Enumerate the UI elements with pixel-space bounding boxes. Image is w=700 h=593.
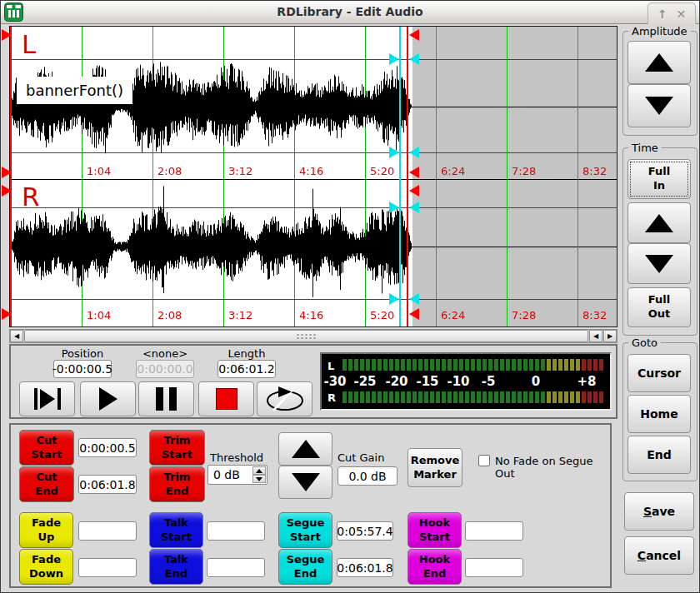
scroll-left-icon[interactable]: ◀ <box>10 330 23 342</box>
talk-start-button[interactable]: Talk Start <box>149 512 203 548</box>
scroll-right-icon[interactable]: ▶ <box>603 330 617 342</box>
close-icon[interactable]: ✕ <box>676 8 686 20</box>
meter-segment <box>500 359 504 371</box>
talk-end-field[interactable] <box>207 558 265 577</box>
waveform-canvas[interactable] <box>10 179 617 326</box>
meter-segment <box>424 391 428 403</box>
gain-down-button[interactable] <box>278 466 332 499</box>
play-from-cursor-button[interactable] <box>19 381 75 416</box>
meter-segment <box>599 391 603 403</box>
segue-marker-triangle[interactable] <box>389 53 399 65</box>
cut-end-field[interactable]: 0:06:01.8 <box>78 475 137 494</box>
fade-up-button[interactable]: Fade Up <box>19 512 73 548</box>
scroll-left-icon[interactable]: ◀ <box>589 330 602 342</box>
segue-marker-triangle[interactable] <box>409 202 419 213</box>
hook-end-field[interactable] <box>465 558 523 577</box>
fade-down-field[interactable] <box>78 558 137 577</box>
cut-start-marker-triangle[interactable] <box>2 308 12 320</box>
segue-start-button[interactable]: Segue Start <box>278 512 332 548</box>
meter-left-label: L <box>328 360 334 372</box>
meter-segment <box>453 391 458 403</box>
trim-start-button[interactable]: Trim Start <box>149 430 205 466</box>
zoom-full-in-button[interactable]: Full In <box>628 159 691 199</box>
scrollbar-thumb[interactable] <box>24 330 588 342</box>
segue-marker-triangle[interactable] <box>409 147 419 158</box>
gain-up-button[interactable] <box>278 432 332 466</box>
time-tick-label: 2:08 <box>158 309 182 321</box>
meter-segment <box>360 359 364 371</box>
talk-start-field[interactable] <box>207 521 265 541</box>
waveform-scrollbar[interactable]: ◀ ◀ ▶ <box>9 329 618 343</box>
meter-segment <box>582 391 586 403</box>
stop-button[interactable] <box>198 381 254 416</box>
pause-button[interactable] <box>138 381 194 416</box>
threshold-up-icon[interactable] <box>252 466 266 475</box>
meter-segment <box>523 359 528 371</box>
meter-segment <box>541 391 545 403</box>
goto-home-button[interactable]: Home <box>628 395 691 433</box>
segue-end-field[interactable]: 0:06:01.8 <box>337 558 393 577</box>
segue-marker-triangle[interactable] <box>409 53 419 65</box>
loop-button[interactable] <box>257 381 312 416</box>
goto-group-label: Goto <box>628 336 661 349</box>
meter-segment <box>383 391 388 403</box>
segue-marker-triangle[interactable] <box>409 293 419 305</box>
cut-gain-field[interactable]: 0.0 dB <box>338 466 398 486</box>
scrollbar-grip <box>296 333 318 341</box>
save-button[interactable]: Save <box>624 492 694 531</box>
shade-icon[interactable]: ↑ <box>658 8 668 20</box>
cut-start-button[interactable]: Cut Start <box>19 430 74 466</box>
meter-left-segments <box>342 359 603 371</box>
waveform-display[interactable]: L R bannerFont() 1:042:083:124:165:206:2… <box>10 27 617 326</box>
segue-start-field[interactable]: 0:05:57.4 <box>337 521 393 541</box>
segue-marker-triangle[interactable] <box>389 293 399 305</box>
zoom-out-button[interactable] <box>628 243 691 284</box>
length-field[interactable]: 0:06:01.2 <box>218 360 276 378</box>
trim-end-button[interactable]: Trim End <box>149 466 205 502</box>
amplitude-down-button[interactable] <box>628 84 691 127</box>
no-fade-label: No Fade on Segue Out <box>495 455 610 480</box>
meter-scale-label: -20 <box>385 374 408 389</box>
meter-segment <box>471 359 475 371</box>
play-button[interactable] <box>80 381 136 416</box>
window-controls: ↑ ✕ <box>648 2 696 24</box>
cut-start-marker-triangle[interactable] <box>2 29 12 41</box>
hook-start-button[interactable]: Hook Start <box>408 512 462 548</box>
cut-start-field[interactable]: 0:00:00.5 <box>78 438 137 457</box>
no-fade-checkbox[interactable] <box>478 455 490 466</box>
title-bar[interactable]: RDLibrary - Edit Audio ↑ ✕ <box>1 1 699 24</box>
time-tick-label: 4:16 <box>299 309 323 321</box>
segue-marker-triangle[interactable] <box>389 202 399 213</box>
cut-end-marker-triangle[interactable] <box>409 29 419 41</box>
cut-start-marker-triangle[interactable] <box>2 185 12 197</box>
segue-marker-triangle[interactable] <box>389 147 399 158</box>
segue-end-button[interactable]: Segue End <box>278 549 332 585</box>
cut-gain-label: Cut Gain <box>338 451 384 464</box>
up-arrow-icon <box>292 440 320 458</box>
hook-end-button[interactable]: Hook End <box>408 549 462 585</box>
goto-end-button[interactable]: End <box>628 436 691 474</box>
cut-end-marker-triangle[interactable] <box>409 308 419 320</box>
meter-segment <box>459 359 463 371</box>
fade-up-field[interactable] <box>78 521 137 541</box>
position-field[interactable]: -0:00:00.5 <box>53 360 112 378</box>
zoom-full-out-button[interactable]: Full Out <box>628 287 691 327</box>
cut-end-marker-triangle[interactable] <box>409 185 419 197</box>
threshold-spinbox[interactable]: 0 dB <box>208 465 268 485</box>
talk-end-button[interactable]: Talk End <box>149 549 203 585</box>
hook-start-field[interactable] <box>465 521 523 541</box>
cut-end-marker-line[interactable] <box>407 27 408 326</box>
zoom-in-button[interactable] <box>628 202 691 243</box>
goto-cursor-button[interactable]: Cursor <box>628 354 691 392</box>
cut-start-marker-triangle[interactable] <box>2 167 12 178</box>
meter-segment <box>442 359 446 371</box>
fade-down-button[interactable]: Fade Down <box>19 549 73 585</box>
remove-marker-button[interactable]: Remove Marker <box>408 448 462 487</box>
cut-end-marker-triangle[interactable] <box>409 167 419 178</box>
segue-start-marker-line[interactable] <box>399 27 401 326</box>
cut-end-button[interactable]: Cut End <box>19 466 74 502</box>
cancel-button[interactable]: Cancel <box>624 536 694 575</box>
threshold-down-icon[interactable] <box>252 475 266 483</box>
amplitude-up-button[interactable] <box>628 41 691 84</box>
banner-font-overlay: bannerFont() <box>17 77 132 104</box>
